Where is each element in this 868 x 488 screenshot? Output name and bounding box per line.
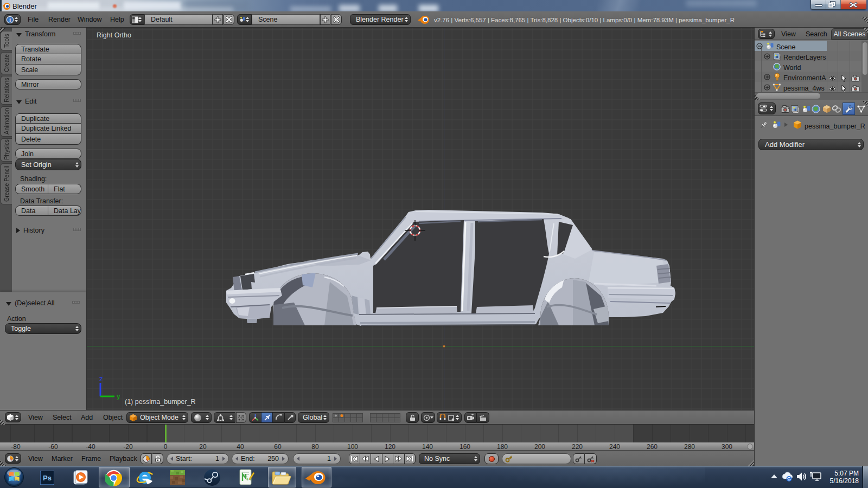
- svg-text:i: i: [9, 17, 11, 23]
- svg-text:Ps: Ps: [43, 474, 52, 482]
